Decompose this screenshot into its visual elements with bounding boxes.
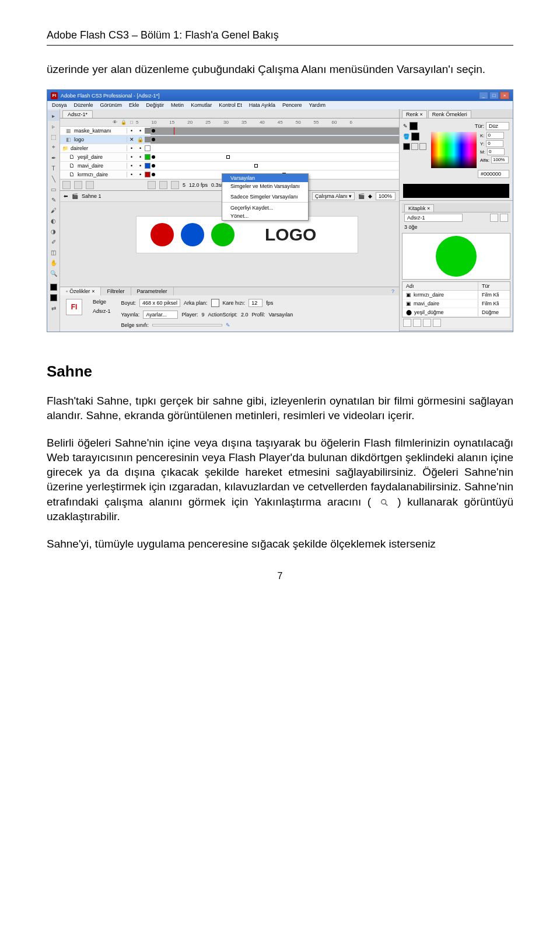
menu-item[interactable]: Yardım [309, 102, 326, 108]
edit-multiple-frames-button[interactable] [171, 181, 179, 189]
library-item[interactable]: ▣kırmızı_daire Film Kli [402, 291, 510, 299]
workspace-option[interactable]: Sadece Simgeler Varsayılanı [222, 193, 308, 201]
menu-item[interactable]: Pencere [282, 102, 302, 108]
help-icon[interactable]: ? [387, 287, 399, 295]
flash-screenshot: Fl Adobe Flash CS3 Professional - [Adsız… [47, 89, 513, 332]
timeline-ruler[interactable]: 👁 🔒 □ 5 10 15 20 25 30 3 [60, 119, 399, 127]
rectangle-tool[interactable]: ▭ [48, 184, 60, 194]
onion-skin-button[interactable] [148, 181, 156, 189]
new-folder-button[interactable] [413, 319, 421, 327]
g-input[interactable]: 0 [486, 140, 503, 147]
r-input[interactable]: 0 [487, 132, 504, 139]
library-item[interactable]: ⬤yeşil_düğme Düğme [402, 308, 510, 317]
zoom-field[interactable]: 100% [376, 192, 396, 200]
fill-color[interactable] [48, 292, 60, 303]
properties-tab[interactable]: ◦Özelikler× [60, 287, 101, 295]
pin-button[interactable] [490, 214, 498, 222]
library-item[interactable]: ▣mavi_daire Film Kli [402, 299, 510, 308]
fps-input[interactable]: 12 [249, 299, 262, 307]
name-column-header[interactable]: Adı [402, 282, 478, 290]
new-lib-button[interactable] [500, 214, 508, 222]
ruler-mark: 40 [260, 120, 265, 125]
docclass-input[interactable] [152, 324, 222, 326]
back-button[interactable]: ⬅ [64, 193, 68, 199]
stroke-color[interactable] [48, 282, 60, 292]
hand-tool[interactable]: ✋ [48, 257, 60, 268]
alpha-input[interactable]: 100% [491, 156, 509, 163]
layer-row[interactable]: yeşil_daire •• [60, 153, 399, 162]
workspace-option[interactable]: Geçerliyi Kaydet... [222, 204, 308, 212]
menu-item[interactable]: Metin [171, 102, 184, 108]
pencil-tool[interactable]: ✎ [48, 194, 60, 205]
selection-tool[interactable]: ▸ [48, 110, 60, 121]
filters-tab[interactable]: Filtreler [101, 287, 131, 295]
publish-settings-button[interactable]: Ayarlar... [143, 311, 178, 319]
docclass-edit-icon[interactable]: ✎ [226, 322, 230, 328]
delete-layer-button[interactable] [86, 181, 94, 189]
minimize-button[interactable]: _ [479, 92, 488, 99]
text-tool[interactable]: T [48, 163, 60, 173]
close-button[interactable]: × [500, 92, 509, 99]
type-column-header[interactable]: Tür [478, 282, 510, 290]
menu-item[interactable]: Görünüm [100, 102, 123, 108]
type-select[interactable]: Düz [486, 122, 509, 130]
fill-swatch[interactable] [411, 133, 419, 141]
color-swap[interactable]: ⇄ [48, 303, 60, 313]
outline-icon[interactable]: □ [130, 120, 133, 125]
layer-row[interactable]: maske_katmanı •• [60, 127, 399, 135]
workspace-menu-button[interactable]: Çalışma Alanı ▾ [312, 192, 355, 200]
new-symbol-button[interactable] [403, 319, 411, 327]
eyedropper-tool[interactable]: ✐ [48, 236, 60, 247]
onion-skin-outline-button[interactable] [159, 181, 167, 189]
new-folder-button[interactable] [74, 181, 82, 189]
menu-item[interactable]: Komutlar [191, 102, 212, 108]
layer-row[interactable]: logo ✕🔒 [60, 135, 399, 144]
parameters-tab[interactable]: Parametreler [131, 287, 174, 295]
swap-button[interactable] [419, 143, 426, 150]
color-tab[interactable]: Renk × [402, 110, 427, 118]
menu-item[interactable]: Hata Ayıkla [249, 102, 275, 108]
red-circle [150, 223, 174, 246]
zoom-tool[interactable]: 🔍 [48, 268, 60, 278]
maximize-button[interactable]: □ [489, 92, 499, 99]
edit-scene-icon[interactable]: 🎬 [358, 193, 365, 199]
line-tool[interactable]: ╲ [48, 173, 60, 184]
document-tab[interactable]: Adsız-1* [62, 110, 93, 118]
paint-bucket-tool[interactable]: ◑ [48, 226, 60, 236]
menu-item[interactable]: Kontrol Et [219, 102, 242, 108]
menu-item[interactable]: Ekle [129, 102, 139, 108]
free-transform-tool[interactable]: ⬚ [48, 131, 60, 142]
workspace-option[interactable]: Yönet... [222, 212, 308, 220]
pen-tool[interactable]: ✒ [48, 152, 60, 163]
eraser-tool[interactable]: ◫ [48, 247, 60, 257]
nocolor-button[interactable] [411, 143, 418, 150]
stroke-swatch[interactable] [410, 122, 418, 130]
lock-icon[interactable]: 🔒 [121, 120, 127, 125]
size-button[interactable]: 468 x 60 piksel [139, 299, 180, 307]
library-tab[interactable]: Kitaplık × [404, 204, 434, 212]
ink-bottle-tool[interactable]: ◐ [48, 215, 60, 226]
new-layer-button[interactable] [62, 181, 71, 189]
menu-item[interactable]: Dosya [52, 102, 67, 108]
menu-item[interactable]: Düzenle [74, 102, 93, 108]
b-input[interactable]: 0 [487, 148, 505, 155]
bw-button[interactable] [403, 143, 410, 150]
subselection-tool[interactable]: ▹ [48, 121, 60, 131]
scene-name[interactable]: Sahne 1 [82, 193, 102, 199]
hex-input[interactable]: #000000 [478, 170, 509, 178]
layer-row[interactable]: mavi_daire •• [60, 162, 399, 170]
edit-symbol-icon[interactable]: ◆ [368, 193, 372, 199]
swatches-tab[interactable]: Renk Örnekleri [428, 110, 471, 118]
layer-row[interactable]: daireler •• [60, 144, 399, 153]
workspace-option[interactable]: Varsayılan [222, 174, 308, 182]
bg-swatch[interactable] [211, 299, 219, 307]
color-spectrum[interactable] [431, 132, 477, 168]
properties-button[interactable] [423, 319, 431, 327]
menu-item[interactable]: Değiştir [146, 102, 164, 108]
brush-tool[interactable]: 🖌 [48, 205, 60, 215]
eye-icon[interactable]: 👁 [113, 120, 117, 125]
lasso-tool[interactable]: ⌖ [48, 142, 60, 152]
workspace-option[interactable]: Simgeler ve Metin Varsayılanı [222, 182, 308, 190]
delete-button[interactable] [433, 319, 441, 327]
library-doc-select[interactable]: Adsız-1 [404, 214, 463, 222]
